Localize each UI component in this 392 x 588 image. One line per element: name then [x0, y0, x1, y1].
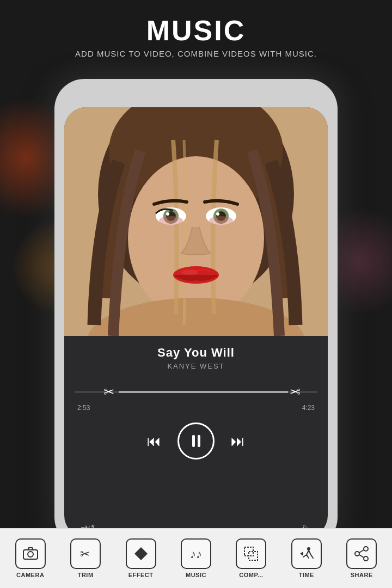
trim-icon: ✂ [78, 546, 93, 561]
music-info: Say You Will KANYE WEST [64, 336, 328, 376]
svg-point-29 [355, 552, 359, 556]
forward-button[interactable]: ⏭ [231, 433, 245, 450]
artist-name: KANYE WEST [75, 362, 317, 370]
playback-controls: ⏮ ⏭ [64, 414, 328, 468]
time-icon-box [291, 538, 322, 569]
time-icon [299, 546, 314, 561]
toolbar-item-music[interactable]: ♪ ♪ MUSIC [168, 538, 223, 578]
camera-icon [23, 547, 38, 560]
svg-text:♪: ♪ [190, 547, 196, 561]
header: MUSIC ADD MUSIC TO VIDEO, COMBINE VIDEOS… [0, 0, 392, 66]
phone-screen: Say You Will KANYE WEST ✂ ✂ 2:53 4:23 [64, 107, 328, 537]
svg-text:♪: ♪ [196, 547, 202, 561]
effect-icon [133, 546, 149, 561]
svg-line-30 [359, 550, 364, 553]
svg-point-19 [28, 552, 33, 557]
pause-button[interactable] [177, 422, 215, 460]
toolbar-item-camera[interactable]: CAMERA [3, 538, 58, 578]
phone-notch [161, 91, 231, 102]
svg-point-27 [364, 547, 368, 551]
toolbar-item-effect[interactable]: EFFECT [113, 538, 168, 578]
svg-point-28 [364, 556, 368, 561]
music-icon: ♪ ♪ [188, 546, 204, 561]
page-title: MUSIC [11, 16, 381, 45]
timeline-area[interactable]: ✂ ✂ 2:53 4:23 [64, 376, 328, 414]
song-title: Say You Will [75, 346, 317, 360]
rewind-button[interactable]: ⏮ [147, 433, 161, 450]
time-label: TIME [299, 572, 314, 578]
trim-label: TRIM [78, 572, 94, 578]
toolbar-item-share[interactable]: SHARE [334, 538, 389, 578]
pause-bar-right [198, 435, 200, 447]
video-area [64, 107, 328, 336]
svg-point-9 [166, 212, 169, 216]
comp-icon [243, 546, 259, 561]
time-labels: 2:53 4:23 [75, 403, 317, 412]
camera-icon-box [15, 538, 46, 569]
pause-icon [192, 435, 200, 447]
bottom-toolbar: CAMERA ✂ TRIM EFFECT ♪ ♪ MUSIC [0, 528, 392, 588]
time-end: 4:23 [302, 404, 315, 412]
phone-mockup: Say You Will KANYE WEST ✂ ✂ 2:53 4:23 [54, 79, 338, 547]
face-svg [64, 107, 328, 336]
scissors-right-icon: ✂ [290, 384, 301, 400]
share-label: SHARE [351, 572, 373, 578]
page-subtitle: ADD MUSIC TO VIDEO, COMBINE VIDEOS WITH … [11, 49, 381, 58]
comp-label: COMP... [239, 572, 263, 578]
music-label: MUSIC [186, 572, 206, 578]
share-icon-box [346, 538, 377, 569]
toolbar-item-comp[interactable]: COMP... [224, 538, 279, 578]
effect-label: EFFECT [128, 572, 154, 578]
video-thumbnail [64, 107, 328, 336]
timeline-bar[interactable]: ✂ ✂ [75, 381, 317, 403]
toolbar-item-trim[interactable]: ✂ TRIM [58, 538, 113, 578]
svg-text:✂: ✂ [80, 547, 90, 561]
svg-point-15 [159, 216, 183, 225]
share-icon [354, 546, 369, 561]
svg-point-13 [216, 212, 219, 216]
phone-top-bar [64, 89, 328, 105]
svg-point-14 [209, 216, 233, 225]
effect-icon-box [126, 538, 156, 569]
pause-bar-left [192, 435, 195, 447]
comp-icon-box [236, 538, 266, 569]
camera-label: CAMERA [16, 572, 44, 578]
trim-icon-box: ✂ [70, 538, 101, 569]
scissors-left-icon: ✂ [103, 384, 114, 400]
time-start: 2:53 [77, 404, 90, 412]
svg-marker-21 [134, 547, 148, 560]
svg-line-31 [359, 555, 364, 558]
music-icon-box: ♪ ♪ [181, 538, 211, 569]
toolbar-item-time[interactable]: TIME [279, 538, 334, 578]
